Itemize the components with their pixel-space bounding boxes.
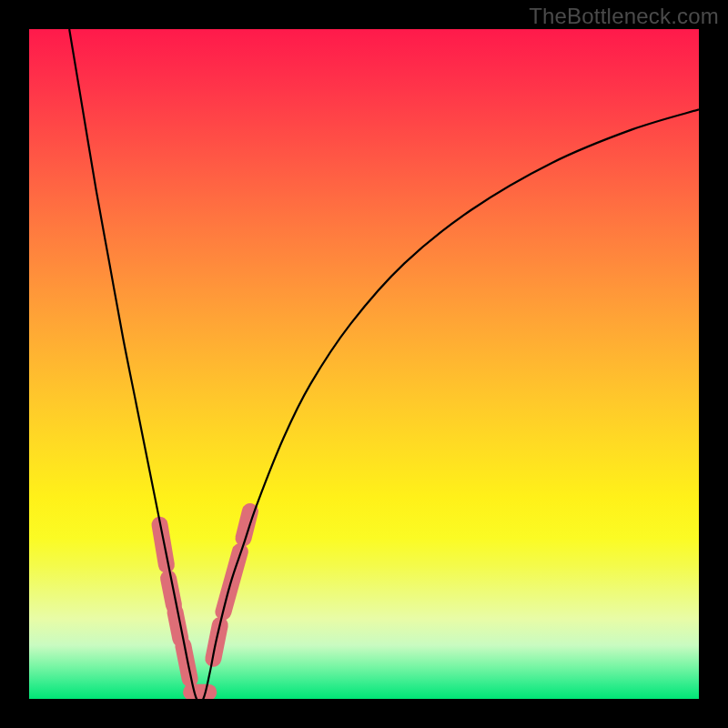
- plot-area: [29, 29, 699, 699]
- highlight-marker-group: [160, 511, 250, 693]
- highlight-segment: [183, 645, 189, 679]
- watermark-text: TheBottleneck.com: [529, 4, 719, 29]
- chart-frame: TheBottleneck.com: [0, 0, 728, 728]
- curve-layer: [29, 29, 699, 699]
- bottleneck-curve-path: [69, 29, 699, 699]
